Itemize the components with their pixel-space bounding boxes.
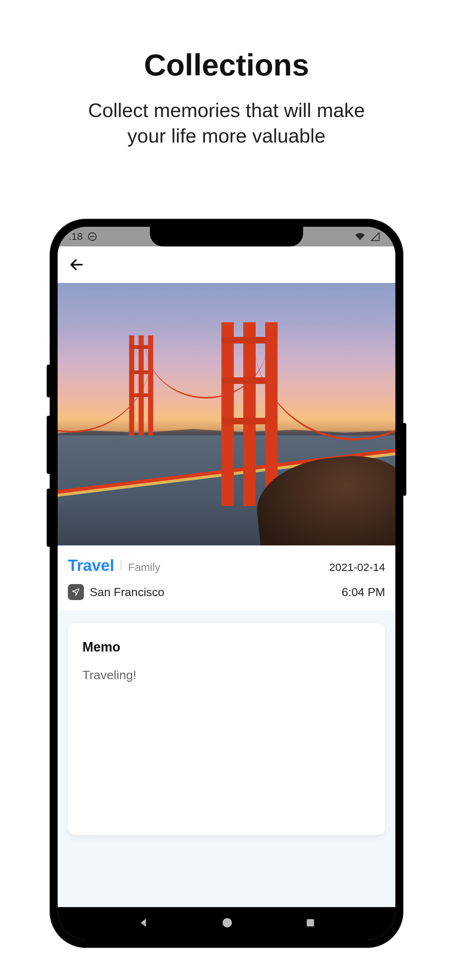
back-button[interactable]	[65, 254, 88, 275]
phone-volume-up	[47, 415, 50, 474]
category-label[interactable]: Travel	[68, 556, 114, 574]
collection-hero-image[interactable]	[57, 283, 396, 546]
location-icon[interactable]	[68, 584, 84, 600]
memo-card[interactable]: Memo Traveling!	[68, 624, 385, 835]
nav-home-button[interactable]	[221, 916, 233, 931]
collection-meta: Travel Family 2021-02-14	[57, 546, 396, 610]
bridge-tower-near	[243, 322, 256, 506]
memo-title: Memo	[83, 640, 370, 655]
arrow-left-icon	[69, 257, 85, 273]
content-area: Memo Traveling!	[57, 610, 396, 907]
square-recents-icon	[305, 917, 316, 928]
svg-rect-8	[307, 919, 314, 926]
phone-side-button	[47, 364, 50, 398]
bridge-tower-far	[139, 336, 144, 435]
promo-subtitle-line2: your life more valuable	[127, 125, 325, 146]
promo-subtitle: Collect memories that will make your lif…	[0, 97, 453, 148]
phone-volume-down	[47, 488, 50, 547]
time-label: 6:04 PM	[342, 585, 385, 599]
promo-subtitle-line1: Collect memories that will make	[88, 99, 365, 121]
location-label: San Francisco	[90, 585, 164, 599]
nav-back-button[interactable]	[137, 916, 150, 931]
phone-frame: .18	[49, 219, 404, 948]
android-nav-bar	[57, 907, 396, 940]
svg-line-6	[73, 591, 76, 592]
status-time-fragment: .18	[69, 231, 83, 242]
do-not-disturb-icon	[87, 232, 97, 242]
divider	[121, 560, 121, 571]
wifi-icon	[354, 232, 366, 241]
triangle-back-icon	[137, 916, 150, 929]
phone-notch	[150, 227, 303, 247]
subcategory-label[interactable]: Family	[128, 561, 160, 573]
app-bar	[57, 247, 396, 283]
promo-title: Collections	[0, 48, 453, 83]
circle-home-icon	[221, 916, 233, 929]
svg-point-7	[222, 918, 232, 928]
phone-screen: .18	[57, 227, 396, 940]
signal-icon	[370, 232, 381, 241]
nav-recents-button[interactable]	[305, 917, 316, 930]
memo-body: Traveling!	[83, 668, 370, 682]
date-label: 2021-02-14	[329, 561, 385, 573]
phone-power-button	[403, 423, 406, 496]
